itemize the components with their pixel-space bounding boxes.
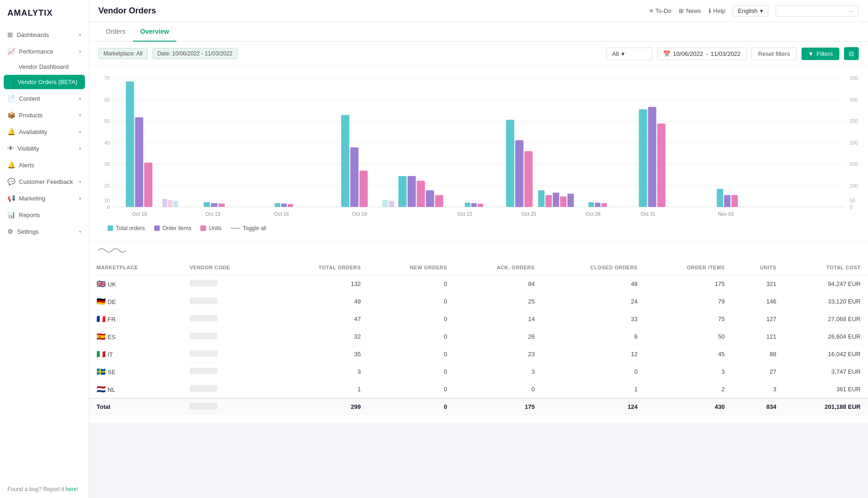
sidebar-item-products[interactable]: 📦 Products ▾ — [0, 107, 89, 123]
cell-vendor-code-1 — [182, 293, 274, 310]
cell-total-new-orders: 0 — [368, 398, 455, 415]
sidebar-item-label-settings: Settings — [17, 228, 39, 235]
cell-vendor-code-3 — [182, 328, 274, 346]
date-range-picker[interactable]: 📅 10/06/2022 - 11/03/2022 — [657, 48, 747, 60]
nav-icon-reports: 📊 — [7, 211, 15, 219]
chevron-icon: ▾ — [79, 49, 81, 54]
cell-ack-orders-0: 84 — [454, 275, 542, 293]
chevron-icon: ▾ — [79, 96, 81, 101]
svg-rect-70 — [657, 123, 665, 207]
cell-total-closed-orders: 124 — [542, 398, 645, 415]
table-row: 🇫🇷FR 47 0 14 33 75 127 27,068 EUR — [89, 310, 868, 328]
cell-marketplace-2: 🇫🇷FR — [89, 310, 182, 328]
cell-marketplace-1: 🇩🇪DE — [89, 293, 182, 310]
marketplace-filter-tag[interactable]: Marketplace: All — [98, 48, 148, 59]
svg-rect-38 — [204, 202, 210, 207]
svg-text:Oct 10: Oct 10 — [132, 211, 147, 216]
chart-wrap: 70 60 50 40 30 20 10 0 350 300 250 200 1… — [98, 73, 859, 221]
sidebar-item-dashboards[interactable]: ⊞ Dashboards ▾ — [0, 26, 89, 43]
chevron-icon: ▾ — [79, 113, 81, 118]
wave-icon-area — [89, 242, 868, 260]
chart-container: 70 60 50 40 30 20 10 0 350 300 250 200 1… — [89, 66, 868, 242]
cell-order-items-6: 2 — [645, 381, 732, 399]
wave-icon — [98, 246, 126, 255]
svg-text:20: 20 — [104, 183, 110, 188]
marketplace-dropdown[interactable]: All ▾ — [606, 48, 652, 60]
svg-text:Oct 16: Oct 16 — [274, 211, 289, 216]
svg-rect-33 — [144, 163, 152, 207]
legend-total-orders[interactable]: Total orders — [108, 225, 145, 231]
reset-filters-button[interactable]: Reset filters — [751, 48, 797, 60]
col-vendor-code: VENDOR CODE — [182, 260, 274, 275]
svg-rect-44 — [341, 115, 350, 207]
sidebar-item-vendor-dashboard[interactable]: Vendor Dashboard — [0, 60, 89, 74]
sidebar-item-content[interactable]: 📄 Content ▾ — [0, 90, 89, 107]
legend-order-items[interactable]: Order items — [154, 225, 192, 231]
col-total-cost: TOTAL COST — [784, 260, 868, 275]
cell-new-orders-1: 0 — [368, 293, 455, 310]
sidebar-item-availability[interactable]: 🔔 Availability ▾ — [0, 123, 89, 140]
cell-marketplace-3: 🇪🇸ES — [89, 328, 182, 346]
sidebar-item-customer-feedback[interactable]: 💬 Customer Feedback ▾ — [0, 173, 89, 190]
bar-chart: 70 60 50 40 30 20 10 0 350 300 250 200 1… — [98, 73, 859, 221]
bug-report: Found a bug? Report it here! — [0, 480, 89, 498]
cell-order-items-1: 79 — [645, 293, 732, 310]
date-filter-tag[interactable]: Date: 10/06/2022 - 11/03/2022 — [152, 48, 238, 59]
topbar-actions: ≡ To-Do ⊞ News ℹ Help English ▾ → — [650, 5, 859, 17]
svg-rect-31 — [126, 82, 134, 207]
sidebar-item-visibility[interactable]: 👁 Visibility ▾ — [0, 140, 89, 157]
nav-icon-performance: 📈 — [7, 48, 15, 55]
svg-text:Oct 22: Oct 22 — [458, 211, 472, 216]
filter-bar: Marketplace: All Date: 10/06/2022 - 11/0… — [89, 42, 868, 66]
svg-rect-40 — [218, 204, 225, 207]
svg-rect-57 — [506, 120, 514, 207]
cell-closed-orders-1: 24 — [542, 293, 645, 310]
svg-text:Oct 31: Oct 31 — [641, 211, 656, 216]
language-selector[interactable]: English ▾ — [733, 5, 768, 17]
cell-units-1: 146 — [732, 293, 784, 310]
cell-marketplace-0: 🇬🇧UK — [89, 275, 182, 293]
cell-new-orders-6: 0 — [368, 381, 455, 399]
cell-new-orders-0: 0 — [368, 275, 455, 293]
sidebar-item-alerts[interactable]: 🔔 Alerts — [0, 157, 89, 173]
todo-button[interactable]: ≡ To-Do — [650, 7, 671, 14]
svg-rect-36 — [168, 200, 173, 207]
sidebar-item-label-marketing: Marketing — [19, 195, 45, 202]
sidebar-item-performance[interactable]: 📈 Performance ▾ — [0, 43, 89, 60]
sidebar-item-settings[interactable]: ⚙ Settings ▾ — [0, 223, 89, 240]
table-row: 🇮🇹IT 35 0 23 12 45 88 16,042 EUR — [89, 346, 868, 363]
svg-text:Oct 28: Oct 28 — [585, 211, 600, 216]
legend-toggle-all[interactable]: Toggle all — [231, 225, 266, 231]
tab-overview[interactable]: Overview — [133, 22, 176, 42]
svg-text:300: 300 — [850, 97, 858, 103]
svg-rect-72 — [724, 195, 730, 207]
filters-button[interactable]: ▼ Filters — [802, 48, 839, 60]
svg-rect-41 — [275, 203, 280, 207]
svg-rect-65 — [589, 202, 594, 207]
legend-units[interactable]: Units — [200, 225, 221, 231]
news-button[interactable]: ⊞ News — [679, 7, 701, 14]
cell-vendor-code-2 — [182, 310, 274, 328]
tabs-bar: Orders Overview — [89, 22, 868, 42]
cell-new-orders-5: 0 — [368, 363, 455, 381]
tab-orders[interactable]: Orders — [98, 22, 133, 42]
sidebar-item-vendor-orders[interactable]: Vendor Orders (BETA) — [4, 75, 85, 89]
nav-icon-settings: ⚙ — [7, 228, 13, 235]
svg-rect-45 — [350, 147, 359, 207]
save-button[interactable]: ⊟ — [844, 47, 859, 60]
svg-rect-53 — [435, 195, 443, 207]
chevron-icon: ▾ — [79, 179, 81, 184]
bug-report-link[interactable]: here — [66, 486, 77, 492]
cell-closed-orders-3: 6 — [542, 328, 645, 346]
nav-icon-visibility: 👁 — [7, 145, 14, 152]
filter-icon: ▼ — [808, 50, 814, 57]
cell-total-cost-6: 361 EUR — [784, 381, 868, 399]
svg-text:150: 150 — [850, 161, 858, 167]
help-button[interactable]: ℹ Help — [709, 7, 726, 14]
search-input[interactable] — [781, 7, 845, 14]
sidebar-item-marketing[interactable]: 📢 Marketing ▾ — [0, 190, 89, 206]
nav-icon-content: 📄 — [7, 95, 15, 102]
save-icon: ⊟ — [849, 50, 854, 57]
cell-new-orders-2: 0 — [368, 310, 455, 328]
sidebar-item-reports[interactable]: 📊 Reports — [0, 206, 89, 223]
